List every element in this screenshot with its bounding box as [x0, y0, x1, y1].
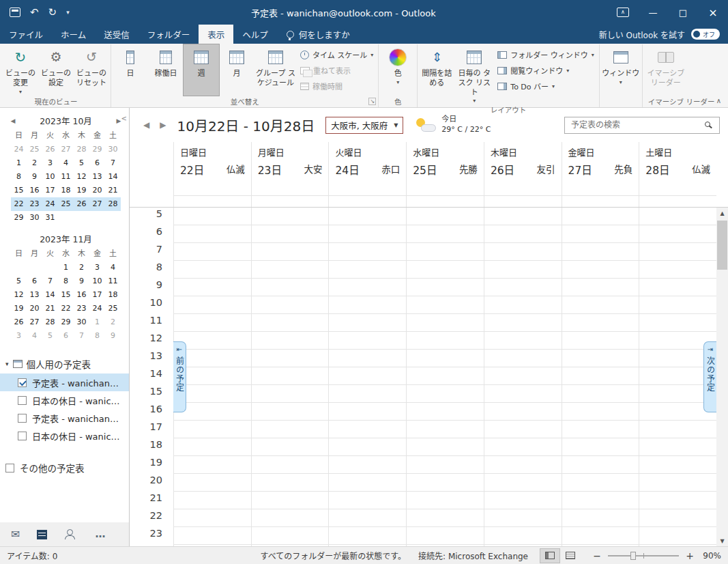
mini-calendar-day[interactable]: 6 [27, 274, 42, 288]
previous-appointment-tab[interactable]: ⇤ 前の予定 [173, 341, 186, 412]
mini-calendar-day[interactable]: 19 [74, 184, 89, 197]
scroll-down-icon[interactable]: ▼ [716, 535, 728, 546]
all-day-area[interactable] [252, 195, 329, 207]
mini-calendar-day[interactable]: 19 [11, 302, 27, 315]
scroll-up-icon[interactable]: ▲ [716, 208, 728, 218]
window-button[interactable]: ウィンドウ ▾ [601, 44, 641, 96]
all-day-area[interactable] [639, 195, 716, 207]
mini-calendar-day[interactable]: 4 [27, 329, 42, 343]
mini-calendar-day[interactable]: 14 [42, 288, 58, 302]
day-column-header[interactable]: 土曜日 28日 仏滅 [639, 142, 716, 207]
mini-calendar-day[interactable] [105, 211, 121, 225]
mini-calendar-day[interactable]: 7 [74, 329, 89, 343]
mail-module-icon[interactable]: ✉ [11, 529, 20, 540]
day-column-header[interactable]: 日曜日 22日 仏滅 [173, 142, 251, 207]
mini-calendar-day[interactable]: 22 [58, 302, 74, 315]
other-calendars-checkbox[interactable] [5, 464, 14, 473]
minimize-button[interactable]: — [638, 0, 668, 25]
mini-calendar-day[interactable] [11, 261, 27, 274]
mini-calendar-day[interactable]: 29 [11, 211, 27, 225]
ribbon-tab[interactable]: ヘルプ [233, 25, 277, 44]
mini-calendar-day[interactable]: 28 [74, 143, 89, 156]
tell-me-box[interactable]: 何をしますか [277, 25, 360, 44]
reading-view-button[interactable] [561, 549, 580, 563]
dialog-launcher-icon[interactable]: ↘ [368, 98, 376, 105]
mini-calendar-day[interactable]: 8 [11, 170, 27, 184]
mini-calendar-day[interactable]: 9 [27, 170, 42, 184]
mini-calendar-day[interactable]: 18 [58, 184, 74, 197]
zoom-level[interactable]: 90% [701, 551, 721, 561]
work-week-view-button[interactable]: 稼働日 [148, 44, 184, 96]
daily-task-list-button[interactable]: 日毎の タスク リスト ▾ [454, 44, 494, 104]
mini-calendar-day[interactable]: 8 [58, 274, 74, 288]
mini-calendar-day[interactable]: 24 [11, 143, 27, 156]
day-column[interactable] [484, 208, 562, 546]
normal-view-button[interactable] [540, 549, 559, 563]
vertical-scrollbar[interactable]: ▲ ▼ [716, 208, 728, 546]
send-receive-icon[interactable]: ↻ [48, 8, 57, 18]
mini-calendar-day[interactable]: 23 [74, 302, 89, 315]
calendar-list-item[interactable]: 予定表 - wanichan… [0, 409, 129, 427]
mini-calendar-day[interactable]: 25 [58, 197, 74, 211]
calendar-list-item[interactable]: 日本の休日 - wanic… [0, 391, 129, 409]
calendar-checkbox[interactable] [18, 414, 27, 423]
mini-calendar-day[interactable]: 28 [42, 315, 58, 329]
more-modules-icon[interactable]: … [95, 529, 105, 539]
mini-calendar-day[interactable] [27, 261, 42, 274]
customize-qat-icon[interactable]: ▾ [66, 9, 70, 16]
all-day-area[interactable] [329, 195, 406, 207]
group-schedule-button[interactable]: グループ スケジュール [254, 44, 297, 96]
mini-calendar-day[interactable] [74, 211, 89, 225]
mini-calendar-day[interactable]: 28 [105, 197, 121, 211]
mini-calendar-day[interactable]: 23 [27, 197, 42, 211]
day-column[interactable] [251, 208, 329, 546]
calendar-search-box[interactable] [564, 117, 720, 134]
change-view-button[interactable]: ↻ ビューの変更 ▾ [3, 44, 38, 96]
mini-calendar-day[interactable]: 3 [42, 156, 58, 170]
week-view-button[interactable]: 週 [184, 44, 219, 96]
mini-calendar-day[interactable]: 29 [89, 143, 105, 156]
mini-calendar-day[interactable]: 9 [74, 274, 89, 288]
mini-calendar-day[interactable]: 13 [89, 170, 105, 184]
mini-calendar-day[interactable]: 20 [27, 302, 42, 315]
ribbon-tab[interactable]: フォルダー [139, 25, 199, 44]
mini-calendar-day[interactable]: 29 [58, 315, 74, 329]
day-view-button[interactable]: 日 [113, 44, 148, 96]
mini-calendar-day[interactable]: 10 [89, 274, 105, 288]
zoom-in-button[interactable]: + [685, 550, 695, 561]
mini-calendar-day[interactable]: 31 [42, 211, 58, 225]
zoom-slider[interactable] [608, 555, 679, 556]
mini-calendar-day[interactable]: 5 [42, 329, 58, 343]
mini-calendar-day[interactable]: 22 [11, 197, 27, 211]
mini-calendar-day[interactable]: 7 [105, 156, 121, 170]
ribbon-tab[interactable]: 表示 [199, 25, 233, 44]
close-button[interactable]: × [698, 0, 728, 25]
previous-week-arrow[interactable]: ◀ [143, 120, 149, 130]
zoom-out-button[interactable]: − [592, 550, 602, 561]
mini-calendar-day[interactable]: 14 [105, 170, 121, 184]
other-calendars-group[interactable]: その他の予定表 [0, 457, 129, 479]
all-day-area[interactable] [562, 195, 639, 207]
mini-calendar-day[interactable] [89, 211, 105, 225]
mini-calendar-day[interactable]: 26 [11, 315, 27, 329]
mini-calendar-day[interactable]: 2 [74, 261, 89, 274]
calendar-checkbox[interactable] [18, 396, 27, 405]
mini-calendar-day[interactable]: 2 [27, 156, 42, 170]
folder-pane-button[interactable]: フォルダー ウィンドウ ▾ [497, 48, 594, 61]
calendar-module-icon[interactable] [37, 530, 47, 539]
mini-calendar-day[interactable]: 16 [74, 288, 89, 302]
tree-expanded-icon[interactable]: ▾ [5, 361, 9, 367]
mini-calendar-day[interactable]: 10 [42, 170, 58, 184]
day-column[interactable] [562, 208, 639, 546]
collapse-ribbon-icon[interactable]: ∧ [716, 97, 721, 104]
calendar-search-input[interactable] [571, 120, 701, 130]
mini-calendar-day[interactable]: 5 [74, 156, 89, 170]
day-column-header[interactable]: 火曜日 24日 赤口 [328, 142, 406, 207]
mini-calendar-day[interactable]: 2 [105, 315, 121, 329]
todo-bar-button[interactable]: To Do バー ▾ [497, 79, 594, 93]
mini-calendar-day[interactable]: 6 [58, 329, 74, 343]
mini-calendar-day[interactable]: 25 [105, 302, 121, 315]
mini-calendar-day[interactable]: 18 [105, 288, 121, 302]
mini-calendar-day[interactable]: 15 [58, 288, 74, 302]
mini-calendar-day[interactable]: 11 [58, 170, 74, 184]
